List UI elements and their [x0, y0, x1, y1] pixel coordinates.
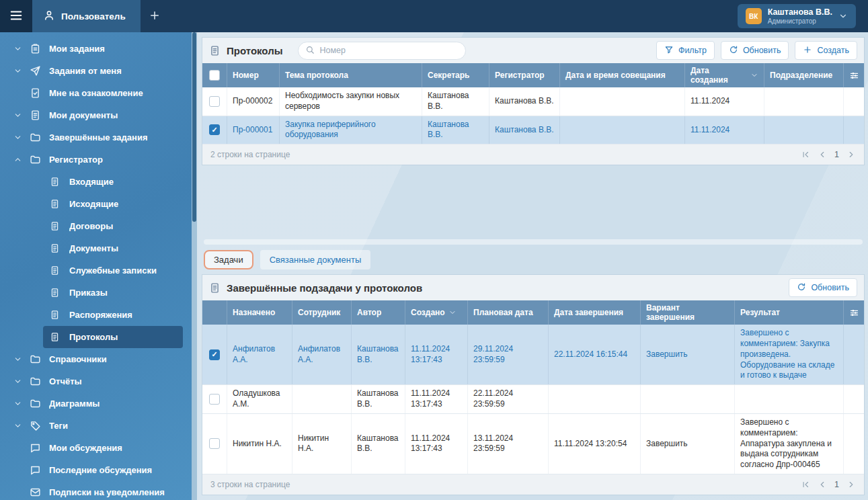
- table-row[interactable]: Никитин Н.А.Никитин Н.А.Каштанова В.В.11…: [202, 414, 864, 474]
- table-cell: Каштанова В.В.: [352, 385, 405, 413]
- prev-page-icon[interactable]: [818, 480, 827, 489]
- refresh-button[interactable]: Обновить: [721, 41, 789, 60]
- sidebar-item[interactable]: Отчёты: [0, 370, 192, 392]
- first-page-icon[interactable]: [801, 150, 810, 159]
- sidebar-subitem[interactable]: Служебные записки: [43, 259, 183, 282]
- table-cell: Необходимость закупки новых серверов: [280, 87, 422, 116]
- sidebar-item[interactable]: Задания от меня: [0, 60, 192, 82]
- table-row[interactable]: Оладушкова А.М.Каштанова В.В.11.11.2024 …: [202, 385, 864, 414]
- table-cell-pad: [844, 87, 864, 116]
- chevron-down-icon: [13, 44, 23, 53]
- column-settings-icon[interactable]: [844, 300, 864, 325]
- tab-user[interactable]: Пользователь: [32, 0, 141, 32]
- main-menu-button[interactable]: [0, 0, 32, 32]
- doc-icon: [50, 177, 61, 187]
- table-cell: Закупка периферийного оборудования: [280, 116, 422, 144]
- sidebar-item[interactable]: Теги: [0, 415, 192, 437]
- folder-icon: [30, 132, 41, 143]
- sidebar-subitem-label: Договоры: [69, 221, 113, 231]
- new-tab-button[interactable]: [141, 0, 169, 32]
- row-checkbox[interactable]: ✓: [209, 349, 220, 360]
- sidebar-subitem[interactable]: Приказы: [43, 282, 183, 304]
- column-header[interactable]: Автор: [352, 300, 405, 325]
- tab-tasks[interactable]: Задачи: [204, 250, 253, 269]
- sidebar-scrollbar[interactable]: [192, 32, 197, 500]
- sidebar-item[interactable]: Справочники: [0, 348, 192, 370]
- create-button[interactable]: Создать: [795, 41, 857, 60]
- sidebar-item[interactable]: Завершённые задания: [0, 126, 192, 149]
- sidebar-subitem[interactable]: Протоколы: [43, 326, 183, 348]
- sidebar-item[interactable]: Последние обсуждения: [0, 459, 192, 481]
- table-cell: 11.11.2024: [685, 116, 764, 144]
- sidebar-item[interactable]: Мои документы: [0, 104, 192, 126]
- sidebar-subitem[interactable]: Документы: [43, 237, 183, 259]
- table-cell: 22.11.2024 23:59:59: [468, 385, 549, 413]
- user-menu[interactable]: ВК Каштанова В.В. Администратор: [738, 4, 856, 28]
- doc-icon: [50, 288, 61, 298]
- next-page-icon[interactable]: [846, 480, 856, 489]
- table-cell: Оладушкова А.М.: [227, 385, 292, 413]
- scrollbar-thumb[interactable]: [192, 32, 196, 222]
- sidebar-subitem[interactable]: Исходящие: [43, 193, 183, 215]
- column-header[interactable]: Регистратор: [489, 63, 560, 87]
- chevron-down-icon: [13, 355, 23, 364]
- row-checkbox[interactable]: ✓: [209, 124, 220, 135]
- row-checkbox[interactable]: [209, 438, 220, 449]
- sidebar-item[interactable]: Подписки на уведомления: [0, 481, 192, 500]
- table-cell: Анфилатов А.А.: [227, 325, 292, 384]
- topbar: Пользователь ВК Каштанова В.В. Администр…: [0, 0, 868, 32]
- column-header[interactable]: Секретарь: [422, 63, 489, 87]
- table-row[interactable]: ✓Анфилатов А.А.Анфилатов А.А.Каштанова В…: [202, 325, 864, 385]
- table-row[interactable]: ✓Пр-000001Закупка периферийного оборудов…: [202, 116, 864, 145]
- first-page-icon[interactable]: [801, 480, 810, 489]
- table-cell: Каштанова В.В.: [422, 116, 489, 144]
- select-all-cell[interactable]: [202, 63, 227, 87]
- column-header[interactable]: Номер: [227, 63, 280, 87]
- column-settings-icon[interactable]: [844, 63, 864, 87]
- sidebar-item[interactable]: Мои задания: [0, 38, 192, 60]
- filter-button[interactable]: Фильтр: [656, 41, 715, 60]
- sidebar-subitem-label: Протоколы: [69, 332, 118, 342]
- select-all-checkbox[interactable]: [209, 70, 220, 81]
- table-cell: Каштанова В.В.: [422, 87, 489, 116]
- tasks-refresh-button[interactable]: Обновить: [789, 278, 857, 297]
- column-header[interactable]: Дата и время совещания: [560, 63, 685, 87]
- table-cell: Анфилатов А.А.: [292, 325, 352, 384]
- column-header[interactable]: Сотрудник: [292, 300, 352, 325]
- sidebar-item[interactable]: Мне на ознакомление: [0, 82, 192, 104]
- app-window: Пользователь ВК Каштанова В.В. Администр…: [0, 0, 868, 500]
- column-header[interactable]: Вариант завершения: [641, 300, 735, 325]
- search-input[interactable]: [319, 46, 459, 55]
- chevron-down-icon: [838, 11, 848, 21]
- chevron-up-icon: [13, 155, 23, 164]
- row-checkbox[interactable]: [209, 96, 220, 107]
- doc-icon: [50, 221, 61, 231]
- sidebar-subitem[interactable]: Распоряжения: [43, 304, 183, 326]
- sort-desc-icon: [750, 71, 758, 79]
- column-header[interactable]: Создано: [405, 300, 468, 325]
- prev-page-icon[interactable]: [818, 150, 827, 159]
- column-header[interactable]: Дата создания: [685, 63, 764, 87]
- sidebar-subitem[interactable]: Входящие: [43, 171, 183, 193]
- column-header[interactable]: Плановая дата: [468, 300, 549, 325]
- table-row[interactable]: Пр-000002Необходимость закупки новых сер…: [202, 87, 864, 116]
- avatar: ВК: [746, 8, 762, 24]
- sidebar-subitem[interactable]: Договоры: [43, 215, 183, 237]
- column-header[interactable]: Подразделение: [764, 63, 844, 87]
- split-divider[interactable]: [204, 239, 863, 245]
- sidebar-item[interactable]: Диаграммы: [0, 392, 192, 415]
- tab-user-label: Пользователь: [61, 11, 126, 22]
- column-header[interactable]: Дата завершения: [549, 300, 641, 325]
- row-checkbox[interactable]: [209, 394, 220, 405]
- sidebar-item-label: Мои документы: [49, 110, 118, 120]
- column-header[interactable]: Результат: [735, 300, 844, 325]
- plus-icon: [803, 45, 812, 56]
- next-page-icon[interactable]: [846, 150, 856, 159]
- column-header[interactable]: Тема протокола: [280, 63, 422, 87]
- search-box[interactable]: [298, 42, 466, 60]
- tab-related-documents[interactable]: Связанные документы: [260, 250, 371, 269]
- sidebar-item[interactable]: Мои обсуждения: [0, 437, 192, 459]
- sidebar-menu: Мои заданияЗадания от меняМне на ознаком…: [0, 38, 192, 500]
- column-header[interactable]: Назначено: [227, 300, 292, 325]
- sidebar-item[interactable]: Регистратор: [0, 149, 192, 171]
